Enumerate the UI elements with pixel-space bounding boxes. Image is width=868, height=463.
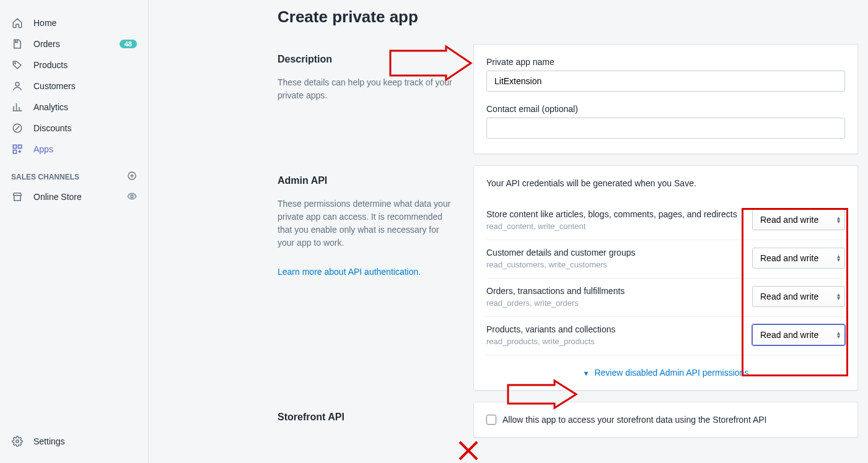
review-link-text: Review disabled Admin API permissions bbox=[594, 368, 748, 378]
admin-api-section: Admin API These permissions determine wh… bbox=[273, 165, 858, 391]
nav-orders[interactable]: Orders 48 bbox=[5, 33, 143, 54]
nav-discounts[interactable]: Discounts bbox=[5, 118, 143, 139]
svg-point-1 bbox=[15, 82, 19, 86]
review-permissions-link[interactable]: ▼ Review disabled Admin API permissions bbox=[583, 368, 749, 378]
sales-channels-heading: SALES CHANNELS bbox=[0, 160, 148, 186]
perm-select-orders[interactable]: Read and write bbox=[752, 286, 845, 307]
add-channel-icon[interactable] bbox=[127, 171, 137, 183]
app-name-label: Private app name bbox=[486, 57, 845, 67]
contact-email-label: Contact email (optional) bbox=[486, 104, 845, 114]
nav-online-store[interactable]: Online Store bbox=[5, 186, 143, 207]
storefront-api-section: Storefront API Allow this app to access … bbox=[273, 402, 858, 438]
home-icon bbox=[11, 17, 24, 29]
sidebar: Home Orders 48 Products Customers bbox=[0, 0, 149, 463]
admin-api-card: Your API credentials will be generated w… bbox=[473, 165, 858, 391]
svg-point-8 bbox=[16, 440, 19, 443]
description-helper: These details can help you keep track of… bbox=[278, 76, 454, 102]
admin-api-helper: These permissions determine what data yo… bbox=[278, 197, 454, 249]
channels-list: Online Store bbox=[0, 186, 148, 207]
admin-api-heading: Admin API bbox=[278, 175, 454, 186]
nav-label: Analytics bbox=[33, 102, 137, 112]
online-store-icon bbox=[11, 191, 24, 203]
storefront-api-card: Allow this app to access your storefront… bbox=[473, 402, 858, 438]
perm-row-orders: Orders, transactions and fulfillments re… bbox=[486, 279, 845, 317]
nav-list: Home Orders 48 Products Customers bbox=[0, 12, 148, 160]
svg-point-7 bbox=[131, 195, 133, 197]
learn-more-link[interactable]: Learn more about API authentication. bbox=[278, 267, 421, 277]
svg-rect-3 bbox=[13, 145, 16, 148]
svg-point-0 bbox=[14, 63, 15, 64]
description-card: Private app name Contact email (optional… bbox=[473, 44, 858, 154]
perm-select-customers[interactable]: Read and write bbox=[752, 248, 845, 269]
perm-select-products[interactable]: Read and write bbox=[752, 324, 845, 345]
nav-label: Apps bbox=[33, 144, 137, 154]
nav-label: Settings bbox=[33, 436, 137, 446]
settings-icon bbox=[11, 435, 24, 448]
view-store-icon[interactable] bbox=[127, 191, 137, 203]
customers-icon bbox=[11, 80, 24, 92]
perm-row-content: Store content like articles, blogs, comm… bbox=[486, 202, 845, 240]
nav-products[interactable]: Products bbox=[5, 54, 143, 76]
perm-title: Store content like articles, blogs, comm… bbox=[486, 209, 737, 219]
storefront-checkbox-row[interactable]: Allow this app to access your storefront… bbox=[486, 415, 845, 425]
contact-email-input[interactable] bbox=[486, 118, 845, 139]
perm-title: Orders, transactions and fulfillments bbox=[486, 286, 625, 296]
analytics-icon bbox=[11, 101, 24, 113]
nav-label: Orders bbox=[33, 39, 120, 49]
description-heading: Description bbox=[278, 54, 454, 65]
nav-settings[interactable]: Settings bbox=[5, 431, 143, 452]
products-icon bbox=[11, 59, 24, 71]
api-credentials-note: Your API credentials will be generated w… bbox=[486, 178, 845, 188]
discounts-icon bbox=[11, 122, 24, 134]
perm-meta: read_customers, write_customers bbox=[486, 260, 635, 269]
storefront-api-heading: Storefront API bbox=[278, 412, 454, 423]
nav-label: Products bbox=[33, 60, 137, 70]
perm-title: Products, variants and collections bbox=[486, 324, 616, 334]
perm-select-content[interactable]: Read and write bbox=[752, 209, 845, 230]
description-section: Description These details can help you k… bbox=[273, 44, 858, 154]
orders-badge: 48 bbox=[120, 40, 137, 48]
nav-apps[interactable]: Apps bbox=[5, 139, 143, 160]
channels-label: SALES CHANNELS bbox=[11, 173, 79, 181]
perm-meta: read_orders, write_orders bbox=[486, 298, 625, 308]
nav-label: Home bbox=[33, 18, 137, 28]
page-title: Create private app bbox=[278, 7, 858, 27]
svg-rect-4 bbox=[19, 145, 22, 148]
perm-meta: read_products, write_products bbox=[486, 337, 616, 346]
nav-label: Customers bbox=[33, 81, 137, 91]
nav-label: Online Store bbox=[33, 192, 127, 202]
perm-title: Customer details and customer groups bbox=[486, 248, 635, 257]
storefront-checkbox-label: Allow this app to access your storefront… bbox=[502, 415, 766, 425]
nav-label: Discounts bbox=[33, 123, 137, 133]
main-content: Create private app Description These det… bbox=[149, 0, 868, 463]
nav-home[interactable]: Home bbox=[5, 12, 143, 33]
svg-rect-5 bbox=[13, 150, 16, 154]
storefront-checkbox[interactable] bbox=[486, 415, 496, 425]
perm-row-products: Products, variants and collections read_… bbox=[486, 317, 845, 355]
apps-icon bbox=[11, 143, 24, 155]
triangle-down-icon: ▼ bbox=[583, 370, 590, 377]
orders-icon bbox=[11, 38, 24, 50]
nav-analytics[interactable]: Analytics bbox=[5, 97, 143, 118]
nav-customers[interactable]: Customers bbox=[5, 76, 143, 97]
perm-meta: read_content, write_content bbox=[486, 222, 737, 231]
perm-row-customers: Customer details and customer groups rea… bbox=[486, 240, 845, 279]
app-name-input[interactable] bbox=[486, 71, 845, 92]
